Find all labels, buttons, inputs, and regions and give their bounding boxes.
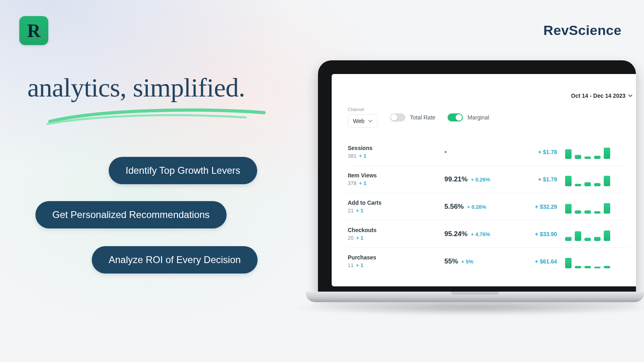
spark-bar bbox=[565, 237, 572, 241]
metric-value: + $32.29 bbox=[509, 204, 561, 210]
metric-count-delta: + 1 bbox=[356, 262, 363, 268]
metric-count-value: 378 bbox=[348, 180, 357, 186]
spark-bar bbox=[575, 231, 581, 241]
metric-rate-cell: 5.56%+ 0.26% bbox=[444, 203, 505, 211]
metrics-table: Sessions381+ 1-+ $1.78Item Views378+ 199… bbox=[348, 138, 628, 275]
metric-name: Checkouts bbox=[348, 227, 440, 233]
toggle-marginal-label: Marginal bbox=[468, 114, 489, 121]
metric-count: 11+ 1 bbox=[348, 262, 440, 268]
spark-bar bbox=[565, 204, 572, 214]
spark-bar bbox=[594, 156, 601, 159]
metric-rate-cell: 99.21%+ 0.26% bbox=[444, 175, 505, 183]
metric-name: Add to Carts bbox=[348, 200, 440, 206]
spark-bar bbox=[594, 267, 601, 268]
spark-bar bbox=[565, 149, 572, 159]
laptop-bezel: Oct 14 - Dec 14 2023 Channel Web bbox=[318, 60, 636, 294]
toggle-total-rate-label: Total Rate bbox=[410, 114, 436, 121]
metric-rate-delta: + 5% bbox=[461, 259, 473, 265]
spark-bar bbox=[604, 266, 610, 268]
metric-name: Sessions bbox=[348, 145, 440, 151]
date-range-label: Oct 14 - Dec 14 2023 bbox=[571, 93, 625, 99]
metric-name-cell: Checkouts20+ 1 bbox=[348, 227, 440, 241]
metric-rate-cell: 55%+ 5% bbox=[444, 257, 505, 265]
laptop-shadow bbox=[290, 300, 644, 315]
channel-select-value: Web bbox=[353, 118, 365, 124]
spark-bar bbox=[584, 238, 591, 241]
laptop-mockup: Oct 14 - Dec 14 2023 Channel Web bbox=[306, 60, 636, 310]
metric-rate-delta: + 0.26% bbox=[467, 204, 486, 210]
toggle-total-rate[interactable] bbox=[390, 113, 405, 121]
spark-bar bbox=[604, 148, 610, 159]
metric-count-delta: + 1 bbox=[356, 208, 363, 214]
spark-bar bbox=[584, 182, 591, 186]
spark-bar bbox=[575, 266, 581, 268]
spark-bar bbox=[604, 230, 610, 241]
metric-count: 20+ 1 bbox=[348, 235, 440, 241]
spark-bar bbox=[594, 237, 601, 241]
chevron-down-icon bbox=[368, 119, 373, 123]
metric-name: Item Views bbox=[348, 172, 440, 179]
metric-rate: 55% bbox=[444, 257, 458, 265]
metric-count: 381+ 1 bbox=[348, 153, 440, 159]
metric-sparkline bbox=[565, 200, 628, 214]
brand-logo-letter: R bbox=[27, 20, 40, 41]
metric-rate: 5.56% bbox=[444, 203, 464, 211]
metric-value: + $1.79 bbox=[509, 176, 561, 183]
metric-count-delta: + 1 bbox=[359, 153, 366, 159]
spark-bar bbox=[575, 155, 581, 159]
date-range-selector[interactable]: Oct 14 - Dec 14 2023 bbox=[571, 93, 633, 99]
metric-row: Item Views378+ 199.21%+ 0.26%+ $1.79 bbox=[348, 165, 628, 193]
hero-headline: analytics, simplified. bbox=[27, 72, 245, 103]
channel-select[interactable]: Web bbox=[348, 114, 378, 128]
metric-row: Add to Carts21+ 15.56%+ 0.26%+ $32.29 bbox=[348, 193, 628, 220]
metric-name-cell: Sessions381+ 1 bbox=[348, 145, 440, 159]
metric-count: 378+ 1 bbox=[348, 180, 440, 186]
metric-value: + $61.64 bbox=[509, 258, 561, 265]
metric-rate-delta: + 4.76% bbox=[471, 231, 490, 237]
metric-rate-cell: 95.24%+ 4.76% bbox=[444, 230, 505, 238]
metric-name-cell: Purchases11+ 1 bbox=[348, 254, 440, 268]
metric-row: Checkouts20+ 195.24%+ 4.76%+ $33.90 bbox=[348, 220, 628, 247]
metric-rate: 99.21% bbox=[444, 175, 468, 183]
brand-logo-tile: R bbox=[19, 16, 48, 45]
metric-sparkline bbox=[565, 173, 628, 186]
channel-control: Channel Web bbox=[348, 107, 378, 128]
marketing-slide: R RevScience analytics, simplified. Iden… bbox=[0, 0, 644, 362]
toggle-marginal-wrap: Marginal bbox=[448, 113, 489, 121]
spark-bar bbox=[594, 211, 601, 214]
spark-bar bbox=[584, 266, 591, 268]
metric-row: Sessions381+ 1-+ $1.78 bbox=[348, 138, 628, 165]
metric-count-value: 11 bbox=[348, 262, 353, 268]
channel-label: Channel bbox=[348, 107, 378, 112]
metric-name-cell: Add to Carts21+ 1 bbox=[348, 200, 440, 214]
spark-bar bbox=[594, 183, 601, 186]
metric-rate-delta: + 0.26% bbox=[471, 177, 490, 183]
laptop-base bbox=[306, 292, 644, 302]
toggle-total-rate-wrap: Total Rate bbox=[390, 113, 436, 121]
metric-count-value: 21 bbox=[348, 208, 353, 214]
chevron-down-icon bbox=[628, 93, 633, 98]
spark-bar bbox=[575, 210, 581, 214]
underline-swoosh-icon bbox=[44, 105, 270, 130]
metric-sparkline bbox=[565, 255, 628, 268]
metric-name: Purchases bbox=[348, 254, 440, 261]
spark-bar bbox=[604, 203, 610, 214]
spark-bar bbox=[604, 176, 610, 186]
feature-pill-recommendations: Get Personalized Recommendations bbox=[35, 201, 227, 228]
toggle-marginal[interactable] bbox=[448, 113, 463, 121]
spark-bar bbox=[565, 258, 572, 268]
metric-rate: - bbox=[444, 148, 447, 156]
metric-rate: 95.24% bbox=[444, 230, 468, 238]
spark-bar bbox=[575, 184, 581, 186]
metric-count-value: 381 bbox=[348, 153, 357, 159]
dashboard-controls: Channel Web Total Rate Ma bbox=[348, 107, 628, 128]
spark-bar bbox=[584, 210, 591, 214]
metric-row: Purchases11+ 155%+ 5%+ $61.64 bbox=[348, 247, 628, 275]
metric-sparkline bbox=[565, 145, 628, 159]
metric-value: + $33.90 bbox=[509, 231, 561, 237]
metric-count-delta: + 1 bbox=[356, 235, 363, 241]
feature-pill-growth-levers: Identify Top Growth Levers bbox=[109, 157, 257, 184]
metric-value: + $1.78 bbox=[509, 149, 561, 155]
metric-rate-cell: - bbox=[444, 148, 505, 156]
metric-sparkline bbox=[565, 227, 628, 241]
